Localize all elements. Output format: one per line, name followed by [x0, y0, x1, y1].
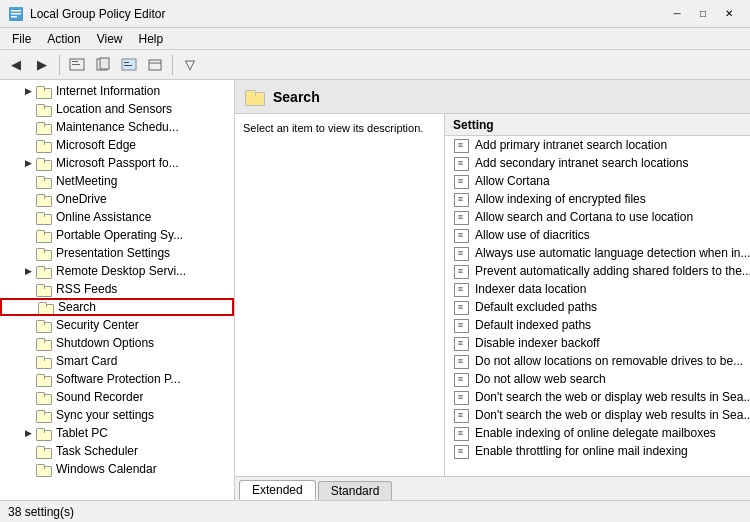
- setting-label: Always use automatic language detection …: [475, 246, 750, 260]
- sidebar-item-microsoft-passport[interactable]: ▶ Microsoft Passport fo...: [0, 154, 234, 172]
- menu-file[interactable]: File: [4, 30, 39, 48]
- maximize-button[interactable]: □: [690, 3, 716, 25]
- settings-row[interactable]: Allow search and Cortana to use location: [445, 208, 750, 226]
- svg-rect-5: [72, 61, 78, 62]
- folder-icon: [36, 192, 52, 206]
- settings-row[interactable]: Add primary intranet search location: [445, 136, 750, 154]
- sidebar-item-security-center[interactable]: ▶ Security Center: [0, 316, 234, 334]
- sidebar-item-location-sensors[interactable]: ▶ Location and Sensors: [0, 100, 234, 118]
- sidebar-item-tablet-pc[interactable]: ▶ Tablet PC: [0, 424, 234, 442]
- title-bar: Local Group Policy Editor ─ □ ✕: [0, 0, 750, 28]
- sidebar-label: Security Center: [56, 318, 139, 332]
- settings-row[interactable]: Prevent automatically adding shared fold…: [445, 262, 750, 280]
- settings-row[interactable]: Do not allow web search: [445, 370, 750, 388]
- main-area: ▶ Internet Information ▶ Location and Se…: [0, 80, 750, 500]
- setting-icon: [453, 300, 469, 314]
- toolbar-btn-2[interactable]: [91, 53, 115, 77]
- sidebar-item-microsoft-edge[interactable]: ▶ Microsoft Edge: [0, 136, 234, 154]
- settings-row[interactable]: Allow indexing of encrypted files: [445, 190, 750, 208]
- settings-row[interactable]: Don't search the web or display web resu…: [445, 388, 750, 406]
- settings-row[interactable]: Don't search the web or display web resu…: [445, 406, 750, 424]
- settings-row[interactable]: Do not allow locations on removable driv…: [445, 352, 750, 370]
- setting-label: Don't search the web or display web resu…: [475, 408, 750, 422]
- menu-view[interactable]: View: [89, 30, 131, 48]
- minimize-button[interactable]: ─: [664, 3, 690, 25]
- setting-icon: [453, 246, 469, 260]
- folder-icon: [36, 354, 52, 368]
- status-bar: 38 setting(s): [0, 500, 750, 522]
- sidebar-item-windows-calendar[interactable]: ▶ Windows Calendar: [0, 460, 234, 478]
- settings-row[interactable]: Enable indexing of online delegate mailb…: [445, 424, 750, 442]
- sidebar-item-presentation-settings[interactable]: ▶ Presentation Settings: [0, 244, 234, 262]
- sidebar-item-rss-feeds[interactable]: ▶ RSS Feeds: [0, 280, 234, 298]
- sidebar-label: Online Assistance: [56, 210, 151, 224]
- expand-icon[interactable]: ▶: [22, 427, 34, 439]
- sidebar-item-onedrive[interactable]: ▶ OneDrive: [0, 190, 234, 208]
- sidebar-item-sync-settings[interactable]: ▶ Sync your settings: [0, 406, 234, 424]
- settings-row[interactable]: Default indexed paths: [445, 316, 750, 334]
- folder-icon: [36, 138, 52, 152]
- folder-icon: [36, 462, 52, 476]
- menu-action[interactable]: Action: [39, 30, 88, 48]
- sidebar-label: Microsoft Edge: [56, 138, 136, 152]
- sidebar-item-portable-operating[interactable]: ▶ Portable Operating Sy...: [0, 226, 234, 244]
- toolbar-sep-2: [172, 55, 173, 75]
- sidebar-item-remote-desktop[interactable]: ▶ Remote Desktop Servi...: [0, 262, 234, 280]
- settings-row[interactable]: Allow Cortana: [445, 172, 750, 190]
- sidebar-item-search[interactable]: ▶ Search: [0, 298, 234, 316]
- sidebar-item-sound-recorder[interactable]: ▶ Sound Recorder: [0, 388, 234, 406]
- sidebar-label: Portable Operating Sy...: [56, 228, 183, 242]
- toolbar-btn-4[interactable]: [143, 53, 167, 77]
- toolbar-btn-1[interactable]: [65, 53, 89, 77]
- sidebar-item-shutdown-options[interactable]: ▶ Shutdown Options: [0, 334, 234, 352]
- window-controls: ─ □ ✕: [664, 3, 742, 25]
- folder-icon: [36, 84, 52, 98]
- sidebar-label: Sound Recorder: [56, 390, 143, 404]
- settings-row[interactable]: Add secondary intranet search locations: [445, 154, 750, 172]
- menu-help[interactable]: Help: [131, 30, 172, 48]
- close-button[interactable]: ✕: [716, 3, 742, 25]
- svg-rect-10: [124, 62, 129, 63]
- expand-icon[interactable]: ▶: [22, 157, 34, 169]
- sidebar-item-online-assistance[interactable]: ▶ Online Assistance: [0, 208, 234, 226]
- setting-icon: [453, 156, 469, 170]
- settings-row[interactable]: Allow use of diacritics: [445, 226, 750, 244]
- sidebar-item-smart-card[interactable]: ▶ Smart Card: [0, 352, 234, 370]
- settings-row[interactable]: Indexer data location: [445, 280, 750, 298]
- svg-rect-9: [122, 59, 136, 70]
- sidebar-label: Search: [58, 300, 96, 314]
- sidebar-item-software-protection[interactable]: ▶ Software Protection P...: [0, 370, 234, 388]
- status-text: 38 setting(s): [8, 505, 74, 519]
- sidebar-label: Software Protection P...: [56, 372, 181, 386]
- sidebar-item-maintenance[interactable]: ▶ Maintenance Schedu...: [0, 118, 234, 136]
- expand-icon[interactable]: ▶: [22, 265, 34, 277]
- settings-row[interactable]: Disable indexer backoff: [445, 334, 750, 352]
- setting-label: Don't search the web or display web resu…: [475, 390, 750, 404]
- setting-icon: [453, 192, 469, 206]
- sidebar-item-task-scheduler[interactable]: ▶ Task Scheduler: [0, 442, 234, 460]
- setting-label: Enable indexing of online delegate mailb…: [475, 426, 716, 440]
- setting-icon: [453, 408, 469, 422]
- setting-icon: [453, 228, 469, 242]
- folder-icon: [36, 444, 52, 458]
- sidebar-item-internet-info[interactable]: ▶ Internet Information: [0, 82, 234, 100]
- panel-header: Search: [235, 80, 750, 114]
- svg-rect-2: [11, 13, 21, 15]
- tab-bar: Extended Standard: [235, 476, 750, 500]
- settings-row[interactable]: Enable throttling for online mail indexi…: [445, 442, 750, 460]
- sidebar-tree: ▶ Internet Information ▶ Location and Se…: [0, 80, 235, 500]
- tab-extended[interactable]: Extended: [239, 480, 316, 500]
- folder-icon: [36, 174, 52, 188]
- forward-button[interactable]: ▶: [30, 53, 54, 77]
- sidebar-item-netmeeting[interactable]: ▶ NetMeeting: [0, 172, 234, 190]
- toolbar-btn-3[interactable]: [117, 53, 141, 77]
- settings-row[interactable]: Default excluded paths: [445, 298, 750, 316]
- setting-label: Allow use of diacritics: [475, 228, 590, 242]
- settings-row[interactable]: Always use automatic language detection …: [445, 244, 750, 262]
- expand-icon[interactable]: ▶: [22, 85, 34, 97]
- back-button[interactable]: ◀: [4, 53, 28, 77]
- tab-standard[interactable]: Standard: [318, 481, 393, 500]
- filter-button[interactable]: ▽: [178, 53, 202, 77]
- setting-icon: [453, 336, 469, 350]
- setting-icon: [453, 318, 469, 332]
